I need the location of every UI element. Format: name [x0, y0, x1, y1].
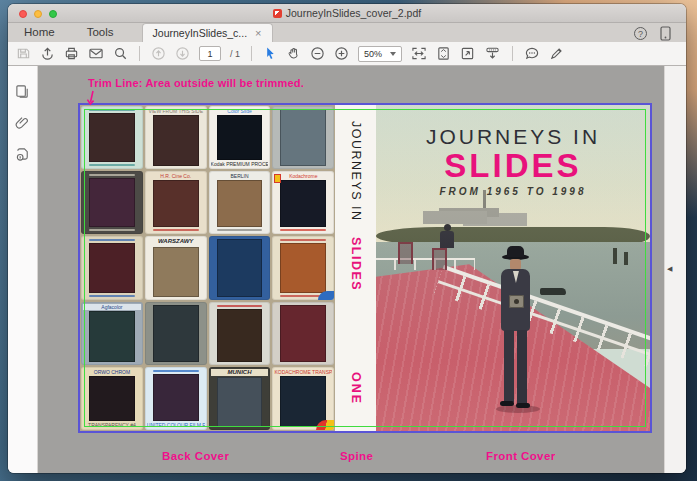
minimize-window-button[interactable]	[34, 10, 42, 18]
presentation-pointer-icon[interactable]	[484, 46, 501, 61]
slide-thumbnail	[209, 236, 271, 299]
page-thumbnails-icon[interactable]	[15, 84, 30, 99]
slide-photo	[217, 377, 263, 427]
mobile-device-icon[interactable]	[659, 26, 672, 41]
slide-photo	[153, 115, 199, 166]
slide-photo	[217, 309, 263, 362]
cover-title-block: JOURNEYS IN SLIDES FROM 1965 TO 1998	[376, 125, 650, 197]
traffic-lights	[19, 10, 57, 18]
content-area: Trim Line: Area outside will be trimmed.…	[8, 66, 686, 473]
zoom-out-icon[interactable]	[310, 46, 325, 61]
spine-title-part2: SLIDES	[349, 237, 363, 291]
slide-photo	[153, 374, 199, 421]
slide-photo	[217, 115, 263, 160]
spine-volume: ONE	[349, 372, 363, 405]
cover-subtitle: FROM 1965 TO 1998	[376, 186, 650, 197]
kodak-brand-mark	[316, 420, 334, 430]
spine-title-part1: JOURNEYS IN	[349, 121, 363, 222]
slide-photo	[280, 180, 326, 227]
slide-photo	[280, 305, 326, 362]
slide-photo	[153, 305, 199, 362]
fit-width-icon[interactable]	[411, 46, 427, 61]
slide-thumbnail	[272, 236, 334, 299]
label-spine: Spine	[340, 450, 373, 462]
email-icon[interactable]	[88, 46, 104, 61]
slide-thumbnail	[81, 106, 143, 169]
cover-title-line1: JOURNEYS IN	[376, 125, 650, 149]
fullscreen-icon[interactable]	[460, 46, 475, 61]
save-icon[interactable]	[16, 46, 31, 61]
page-number-input[interactable]	[199, 46, 221, 61]
page-total-label: / 1	[230, 49, 240, 59]
spine: JOURNEYS IN SLIDES ONE	[335, 105, 376, 431]
trim-line-annotation: Trim Line: Area outside will be trimmed.	[88, 77, 304, 89]
pencil-icon[interactable]	[549, 46, 564, 61]
slide-photo	[217, 180, 263, 227]
close-window-button[interactable]	[19, 10, 27, 18]
toolbar-separator	[139, 46, 140, 61]
pdf-page-cover-spread: VIEW FROM THIS SIDEColor SlideKodak PREM…	[78, 103, 652, 433]
spine-title: JOURNEYS IN SLIDES	[349, 121, 363, 291]
previous-page-icon[interactable]	[151, 46, 166, 61]
chevron-down-icon	[390, 52, 396, 56]
fit-page-icon[interactable]	[436, 46, 451, 61]
slide-photo	[153, 247, 199, 297]
slide-photo	[89, 376, 135, 421]
stamp-info-icon[interactable]	[15, 146, 31, 162]
cover-title-line2: SLIDES	[376, 149, 650, 183]
attachments-paperclip-icon[interactable]	[15, 115, 30, 130]
slide-thumbnail	[272, 302, 334, 365]
window-title: JourneyInSlides_cover_2.pdf	[273, 7, 421, 19]
slide-thumbnail	[145, 302, 207, 365]
tab-close-icon[interactable]: ×	[255, 28, 261, 39]
tab-document[interactable]: JourneyInSlides_c... ×	[142, 23, 273, 42]
kodak-brand-mark	[274, 174, 281, 183]
slide-thumbnail: Color SlideKodak PREMIUM PROCESSING	[209, 106, 271, 169]
next-page-icon[interactable]	[175, 46, 190, 61]
tab-document-label: JourneyInSlides_c...	[153, 24, 248, 43]
zoom-level-dropdown[interactable]: 50%	[358, 46, 402, 62]
pdf-viewer-window: JourneyInSlides_cover_2.pdf Home Tools J…	[8, 4, 686, 473]
front-cover: JOURNEYS IN SLIDES FROM 1965 TO 1998	[376, 105, 650, 431]
slide-photo	[280, 376, 326, 427]
slide-thumbnail	[272, 106, 334, 169]
select-tool-icon[interactable]	[263, 46, 277, 61]
comment-icon[interactable]	[524, 46, 540, 61]
slide-photo	[217, 239, 263, 296]
print-icon[interactable]	[64, 46, 79, 61]
slide-photo	[89, 113, 135, 162]
slide-photo	[153, 180, 199, 227]
slide-thumbnail: BERLIN	[209, 171, 271, 234]
back-cover: VIEW FROM THIS SIDEColor SlideKodak PREM…	[80, 105, 335, 431]
slide-thumbnail: Agfacolor	[81, 302, 143, 365]
slide-photo	[280, 243, 326, 292]
expand-panel-arrow-icon[interactable]: ◀	[667, 265, 672, 273]
slide-thumbnail: KODACHROME TRANSPARENCY	[272, 367, 334, 430]
tools-pane-collapsed[interactable]: ◀	[664, 66, 686, 473]
slide-thumbnail	[81, 171, 143, 234]
slide-thumbnail: H.R. Cine Co.	[145, 171, 207, 234]
document-viewport[interactable]: Trim Line: Area outside will be trimmed.…	[38, 66, 664, 473]
slide-thumbnail: MUNICH	[209, 367, 271, 430]
slide-photo	[89, 178, 135, 227]
annotation-arrow-icon	[84, 90, 98, 108]
share-upload-icon[interactable]	[40, 46, 55, 61]
search-icon[interactable]	[113, 46, 128, 61]
hand-tool-icon[interactable]	[286, 46, 301, 61]
help-icon[interactable]: ?	[634, 27, 647, 40]
slide-thumbnail	[81, 236, 143, 299]
zoom-level-value: 50%	[364, 49, 382, 59]
slide-photo	[89, 311, 135, 362]
toolbar-separator	[251, 46, 252, 61]
acrobat-pdf-icon	[273, 9, 282, 18]
zoom-in-icon[interactable]	[334, 46, 349, 61]
tab-bar: Home Tools JourneyInSlides_c... × ?	[8, 23, 686, 42]
slide-photo	[280, 109, 326, 166]
left-navigation-pane	[8, 66, 38, 473]
toolbar-separator	[512, 46, 513, 61]
label-back-cover: Back Cover	[162, 450, 229, 462]
slide-thumbnail: VIEW FROM THIS SIDE	[145, 106, 207, 169]
zoom-window-button[interactable]	[49, 10, 57, 18]
tab-tools[interactable]: Tools	[71, 23, 130, 42]
tab-home[interactable]: Home	[8, 23, 71, 42]
